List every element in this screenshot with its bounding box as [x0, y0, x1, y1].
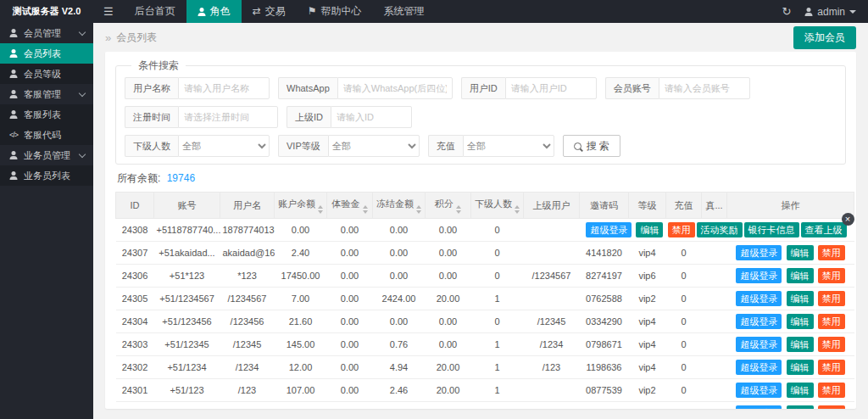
- disable-button[interactable]: 禁用: [668, 222, 695, 237]
- actions-group: 超级登录 编辑 禁用 活动奖励 银行卡信息 查看上级 ×: [735, 405, 845, 409]
- breadcrumb-icon: »: [105, 31, 111, 44]
- cell-actions: 超级登录 编辑 禁用 活动奖励 银行卡信息 查看上级 ×: [727, 310, 854, 333]
- sidebar-item-service-list[interactable]: 客服列表: [0, 104, 93, 125]
- disable-button[interactable]: 禁用: [818, 337, 845, 352]
- disable-button[interactable]: 禁用: [818, 383, 845, 398]
- cell-points: 0.00: [426, 402, 471, 410]
- cell-subordinates: 1: [471, 379, 524, 402]
- recharge-select[interactable]: 全部: [463, 135, 554, 157]
- field-register-time: 注册时间: [125, 106, 278, 128]
- person-icon: [9, 171, 18, 180]
- member-table: ID 账号 用户名 账户余额 体验金 冻结金额 积分 下级人数 上级用户 邀请码…: [115, 192, 854, 409]
- sidebar-group-member-mgmt[interactable]: 会员管理: [0, 23, 93, 43]
- edit-button[interactable]: 编辑: [787, 245, 814, 260]
- member-account-input[interactable]: [659, 77, 750, 99]
- sidebar-group-salesman-mgmt[interactable]: 业务员管理: [0, 145, 93, 165]
- cell-recharge: 0: [666, 288, 702, 310]
- col-frozen[interactable]: 冻结金额: [373, 193, 426, 219]
- super-login-button[interactable]: 超级登录: [736, 383, 782, 398]
- username-input[interactable]: [178, 77, 270, 99]
- super-login-button[interactable]: 超级登录: [736, 337, 782, 352]
- cell-parent-user: /123: [524, 356, 580, 379]
- refresh-icon[interactable]: ↻: [782, 5, 791, 18]
- cell-points: 20.00: [426, 288, 471, 310]
- whatsapp-input[interactable]: [337, 77, 453, 99]
- menu-toggle-icon[interactable]: ☰: [93, 5, 124, 18]
- sort-icon[interactable]: [318, 205, 323, 214]
- close-icon[interactable]: ×: [842, 213, 854, 226]
- col-trial[interactable]: 体验金: [327, 193, 373, 219]
- disable-button[interactable]: 禁用: [818, 405, 845, 409]
- edit-button[interactable]: 编辑: [787, 337, 814, 352]
- super-login-button[interactable]: 超级登录: [736, 314, 782, 329]
- cell-actions: 超级登录 编辑 禁用 活动奖励 银行卡信息 查看上级 ×: [727, 288, 854, 310]
- activity-reward-button[interactable]: 活动奖励: [697, 222, 743, 237]
- user-id-input[interactable]: [505, 77, 597, 99]
- search-panel: 条件搜索 用户名称 WhatsApp 用户ID 会员账: [115, 59, 846, 165]
- sidebar-item-salesman-list[interactable]: 业务员列表: [0, 165, 93, 186]
- cell-balance: 12.00: [275, 356, 327, 379]
- nav-item-system[interactable]: 系统管理: [372, 0, 435, 23]
- sort-icon[interactable]: [363, 205, 368, 214]
- user-menu[interactable]: admin: [804, 6, 856, 18]
- cell-parent-user: aaa123@qq.c...: [524, 402, 580, 410]
- edit-button[interactable]: 编辑: [787, 405, 814, 409]
- super-login-button[interactable]: 超级登录: [736, 268, 782, 283]
- disable-button[interactable]: 禁用: [818, 245, 845, 260]
- cell-account: +51/123456: [154, 310, 220, 333]
- edit-button[interactable]: 编辑: [787, 383, 814, 398]
- super-login-button[interactable]: 超级登录: [736, 360, 782, 375]
- nav-item-trade[interactable]: ⇄ 交易: [242, 0, 297, 23]
- cell-subordinates: 0: [471, 265, 524, 288]
- actions-group: 超级登录 编辑 禁用 活动奖励 银行卡信息 查看上级 ×: [735, 360, 845, 375]
- breadcrumb: 会员列表: [116, 31, 157, 45]
- col-id: ID: [116, 193, 154, 219]
- member-table-body: 24308 +5118787740... 18787740136 0.00 0.…: [116, 219, 854, 410]
- sidebar-item-service-code[interactable]: </> 客服代码: [0, 125, 93, 145]
- parent-id-input[interactable]: [331, 106, 412, 128]
- col-subordinates[interactable]: 下级人数: [471, 193, 524, 219]
- cell-invite-code: 3799450: [580, 402, 629, 410]
- cell-trial: 0.00: [327, 379, 373, 402]
- cell-frozen: 0.00: [373, 219, 426, 242]
- actions-group: 超级登录 编辑 禁用 活动奖励 银行卡信息 查看上级 ×: [583, 220, 849, 240]
- disable-button[interactable]: 禁用: [818, 314, 845, 329]
- sidebar-item-label: 会员列表: [24, 47, 61, 60]
- nav-item-role[interactable]: 角色: [186, 0, 242, 23]
- sidebar-group-service-mgmt[interactable]: 客服管理: [0, 84, 93, 104]
- actions-group: 超级登录 编辑 禁用 活动奖励 银行卡信息 查看上级 ×: [735, 314, 845, 329]
- sidebar-item-member-level[interactable]: 会员等级: [0, 64, 93, 84]
- register-time-input[interactable]: [178, 106, 278, 128]
- nav-item-help-center[interactable]: ⚑ 帮助中心: [297, 0, 373, 23]
- super-login-button[interactable]: 超级登录: [736, 245, 782, 260]
- sidebar-item-member-list[interactable]: 会员列表: [0, 43, 93, 64]
- super-login-button[interactable]: 超级登录: [736, 291, 782, 306]
- super-login-button[interactable]: 超级登录: [736, 405, 782, 409]
- edit-button[interactable]: 编辑: [787, 360, 814, 375]
- disable-button[interactable]: 禁用: [818, 268, 845, 283]
- view-parent-button[interactable]: 查看上级: [801, 222, 847, 237]
- cell-frozen: 0.76: [373, 333, 426, 356]
- disable-button[interactable]: 禁用: [818, 291, 845, 306]
- vip-level-select[interactable]: 全部: [328, 135, 420, 157]
- add-member-button[interactable]: 添加会员: [793, 26, 856, 49]
- sort-icon[interactable]: [456, 205, 461, 214]
- col-points[interactable]: 积分: [426, 193, 471, 219]
- search-button[interactable]: 搜 索: [563, 135, 620, 157]
- sort-icon[interactable]: [515, 205, 520, 214]
- subordinates-select[interactable]: 全部: [178, 135, 270, 157]
- cell-points: 20.00: [426, 356, 471, 379]
- super-login-button[interactable]: 超级登录: [586, 222, 632, 237]
- bank-info-button[interactable]: 银行卡信息: [744, 222, 799, 237]
- edit-button[interactable]: 编辑: [636, 222, 663, 237]
- sort-icon[interactable]: [416, 205, 421, 214]
- edit-button[interactable]: 编辑: [787, 314, 814, 329]
- cell-recharge: 0: [666, 402, 702, 410]
- edit-button[interactable]: 编辑: [787, 291, 814, 306]
- disable-button[interactable]: 禁用: [818, 360, 845, 375]
- nav-item-dashboard[interactable]: 后台首页: [124, 0, 186, 23]
- edit-button[interactable]: 编辑: [787, 268, 814, 283]
- base-actions: 超级登录 编辑 禁用: [735, 268, 845, 283]
- app-logo: 测试服务器 V2.0: [0, 5, 93, 18]
- col-balance[interactable]: 账户余额: [275, 193, 327, 219]
